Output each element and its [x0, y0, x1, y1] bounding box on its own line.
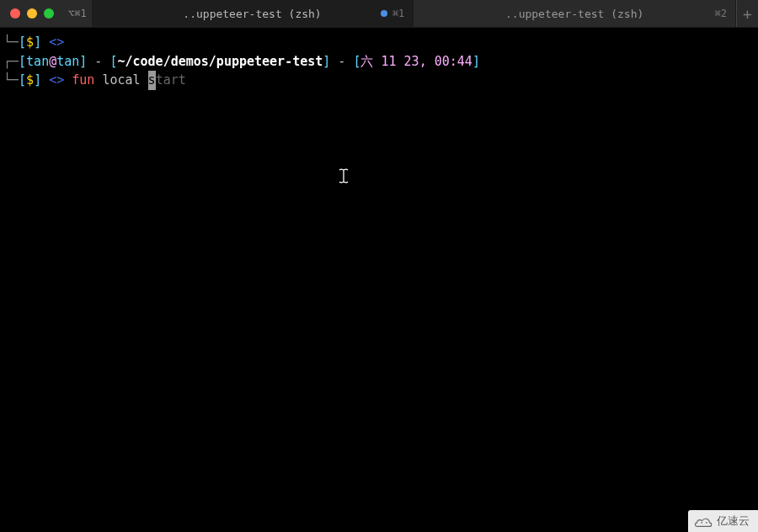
- bracket: [: [19, 52, 26, 72]
- tab-2-shortcut: ⌘2: [715, 8, 727, 19]
- separator: -: [87, 52, 109, 72]
- cursor: s: [148, 71, 156, 90]
- tab-1[interactable]: ..uppeteer-test (zsh) ⌘1: [92, 0, 414, 27]
- text-cursor-icon: [337, 168, 350, 184]
- bracket: [: [19, 33, 26, 52]
- prompt-line-2: ┌─[tan@tan] - [~/code/demos/puppeteer-te…: [3, 52, 755, 72]
- separator: -: [330, 52, 353, 72]
- bracket: [: [353, 52, 360, 72]
- tab-2-title: ..uppeteer-test (zsh): [505, 8, 643, 20]
- close-window-icon[interactable]: [10, 8, 20, 19]
- bracket: ]: [34, 71, 41, 90]
- bracket: ]: [79, 52, 87, 72]
- tab-split-shortcut: ⌥⌘1: [63, 0, 92, 27]
- tree-char: ┌─: [3, 52, 19, 72]
- bracket: ]: [323, 52, 330, 72]
- tab-activity-indicator-icon: [381, 10, 387, 17]
- minimize-window-icon[interactable]: [27, 8, 37, 19]
- watermark-cloud-icon: [695, 514, 713, 528]
- tab-1-title: ..uppeteer-test (zsh): [183, 8, 321, 20]
- bracket: [: [19, 71, 26, 90]
- bracket: ]: [472, 52, 480, 72]
- svg-point-0: [701, 522, 702, 524]
- watermark-text: 亿速云: [717, 513, 750, 529]
- dollar-sign: $: [26, 71, 34, 90]
- at-sign: @: [49, 52, 56, 72]
- svg-point-1: [706, 522, 707, 524]
- watermark: 亿速云: [688, 510, 758, 532]
- prompt-line-3: └─[$] <> fun local start: [3, 71, 755, 90]
- autosuggestion: tart: [156, 71, 186, 90]
- tree-char: └─: [3, 71, 19, 90]
- tree-char: └─: [3, 33, 19, 52]
- tab-1-shortcut: ⌘1: [392, 8, 404, 19]
- dollar-sign: $: [26, 33, 34, 52]
- new-tab-button[interactable]: +: [736, 0, 758, 27]
- titlebar: ⌥⌘1 ..uppeteer-test (zsh) ⌘1 ..uppeteer-…: [0, 0, 758, 28]
- current-path: ~/code/demos/puppeteer-test: [117, 52, 323, 72]
- hostname: tan: [56, 52, 79, 72]
- command-fun: fun: [72, 71, 94, 90]
- space: [94, 71, 102, 90]
- bracket: [: [109, 52, 117, 72]
- bracket: ]: [34, 33, 41, 52]
- username: tan: [26, 52, 49, 72]
- timestamp: 六 11 23, 00:44: [360, 52, 472, 72]
- tab-2[interactable]: ..uppeteer-test (zsh) ⌘2: [414, 0, 736, 27]
- command-local: local: [102, 71, 147, 90]
- maximize-window-icon[interactable]: [44, 8, 54, 19]
- window-controls: [0, 0, 63, 27]
- terminal-content[interactable]: └─[$] <> ┌─[tan@tan] - [~/code/demos/pup…: [0, 28, 758, 95]
- angle-marker: <>: [41, 71, 72, 90]
- prompt-line-1: └─[$] <>: [3, 33, 755, 52]
- angle-marker: <>: [41, 33, 72, 52]
